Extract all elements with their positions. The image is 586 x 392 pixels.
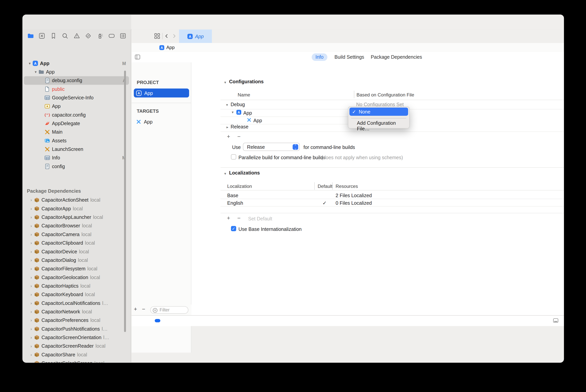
package-row[interactable]: › CapacitorCamera local [24,230,129,238]
tree-row[interactable]: Main [24,128,129,136]
config-row-debug[interactable]: Debug [231,102,245,107]
menu-item-none[interactable]: ✓ None [349,108,408,116]
configurations-disclosure[interactable]: ▾ [224,80,226,84]
editor-mode-indicator[interactable] [155,319,160,322]
tab-build-settings[interactable]: Build Settings [331,54,368,61]
tab-app[interactable]: A App [179,30,212,43]
disclosure-chevron[interactable]: › [29,267,34,271]
disclosure-chevron[interactable]: › [29,284,34,288]
disclosure-chevron[interactable]: › [29,344,34,348]
issue-navigator-icon[interactable] [74,33,80,39]
add-localization-button[interactable]: + [227,215,230,221]
target-item-app[interactable]: App [134,117,189,126]
package-row[interactable]: › CapacitorHaptics local [24,282,129,290]
localization-row-english[interactable]: English [227,200,243,206]
column-divider[interactable] [332,182,333,190]
disclosure-chevron[interactable]: › [29,275,34,279]
tree-row[interactable]: GoogleService-Info [24,93,129,102]
localization-row-base[interactable]: Base [227,193,238,198]
tab-package-dependencies[interactable]: Package Dependencies [367,54,426,61]
disclosure-chevron[interactable]: › [29,336,34,340]
disclosure-chevron[interactable]: › [29,310,34,314]
command-line-config-popup[interactable]: Release ⌃⌄ [243,143,300,151]
breakpoint-navigator-icon[interactable] [108,33,115,39]
localizations-disclosure[interactable]: ▾ [224,172,226,176]
package-row[interactable]: › CapacitorApp local [24,204,129,213]
test-navigator-icon[interactable] [85,33,91,39]
tree-row[interactable]: Assets [24,136,129,145]
disclosure-chevron[interactable]: › [29,292,34,296]
remove-target-button[interactable]: − [142,306,145,312]
add-configuration-button[interactable]: + [227,133,230,140]
hide-project-list-icon[interactable] [135,54,141,60]
disclosure-chevron[interactable]: › [29,258,34,262]
disclosure-chevron[interactable]: ▾ [27,61,32,65]
remove-configuration-button[interactable]: − [237,133,241,140]
tree-row[interactable]: Info M [24,154,129,162]
column-divider[interactable] [314,182,315,190]
debug-disclosure[interactable]: ▾ [226,103,228,107]
disclosure-chevron[interactable]: › [29,224,34,228]
find-navigator-icon[interactable] [62,33,68,39]
config-row-release[interactable]: Release [231,124,248,130]
tree-row[interactable]: debug.xconfig A [24,76,129,85]
tree-row[interactable]: ▾ A App M [24,59,129,68]
debug-navigator-icon[interactable] [97,33,103,39]
disclosure-chevron[interactable]: › [29,301,34,305]
project-item-app[interactable]: A App [134,88,189,98]
package-row[interactable]: › CapacitorAppLauncher local [24,213,129,221]
source-control-navigator-icon[interactable] [39,33,45,39]
bookmark-navigator-icon[interactable] [50,33,56,39]
back-button[interactable] [165,33,169,39]
add-target-button[interactable]: + [134,306,137,312]
disclosure-chevron[interactable]: › [29,241,34,245]
base-internationalization-checkbox[interactable]: ✓ [231,226,236,231]
remove-localization-button[interactable]: − [237,215,241,221]
disclosure-chevron[interactable]: › [29,215,34,219]
app-disclosure[interactable]: ▾ [232,110,234,114]
tree-row[interactable]: App [24,102,129,110]
config-row-app[interactable]: App [243,110,252,116]
panel-filter-field[interactable]: Filter [150,306,188,314]
navigator-scrollbar[interactable] [124,70,126,332]
package-row[interactable]: › CapacitorFilesystem local [24,264,129,273]
parallelize-checkbox[interactable] [231,154,236,160]
package-row[interactable]: › CapacitorDialog local [24,256,129,264]
set-default-button[interactable]: Set Default [248,216,272,222]
disclosure-chevron[interactable]: › [29,198,34,202]
package-row[interactable]: › CapacitorNetwork local [24,307,129,316]
package-row[interactable]: › CapacitorPreferences local [24,316,129,324]
tree-row[interactable]: ▾ App [24,68,129,76]
package-row[interactable]: › CapacitorLocalNotifications l… [24,299,129,307]
disclosure-chevron[interactable]: › [29,361,34,363]
package-row[interactable]: › CapacitorDevice local [24,247,129,256]
package-row[interactable]: › CapacitorGeolocation local [24,273,129,282]
menu-item-add-configuration-file[interactable]: Add Configuration File… [357,120,409,132]
disclosure-chevron[interactable]: › [29,206,34,210]
tree-row[interactable]: LaunchScreen [24,145,129,154]
package-row[interactable]: › CapacitorSplashScreen local [24,359,129,362]
toggle-bottom-bar-icon[interactable] [553,318,559,324]
package-row[interactable]: › CapacitorScreenOrientation l… [24,333,129,342]
tree-row[interactable]: AppDelegate [24,119,129,128]
package-row[interactable]: › CapacitorClipboard local [24,238,129,247]
package-row[interactable]: › CapacitorPushNotifications l… [24,324,129,333]
report-navigator-icon[interactable] [120,33,126,39]
package-row[interactable]: › CapacitorActionSheet local [24,196,129,204]
disclosure-chevron[interactable]: › [29,318,34,322]
disclosure-chevron[interactable]: › [29,353,34,357]
disclosure-chevron[interactable]: › [29,250,34,254]
disclosure-chevron[interactable]: ▾ [33,70,38,74]
column-divider[interactable] [354,91,354,98]
disclosure-chevron[interactable]: › [29,232,34,236]
package-row[interactable]: › CapacitorScreenReader local [24,342,129,350]
jumpbar-item[interactable]: App [166,45,175,50]
release-disclosure[interactable]: ▸ [227,125,228,129]
config-row-app-target[interactable]: App [253,118,262,123]
forward-button[interactable] [172,33,176,39]
tree-row[interactable]: public [24,85,129,93]
package-row[interactable]: › CapacitorKeyboard local [24,290,129,299]
package-row[interactable]: › CapacitorBrowser local [24,222,129,230]
disclosure-chevron[interactable]: › [29,327,34,331]
project-navigator-icon[interactable] [27,33,34,39]
